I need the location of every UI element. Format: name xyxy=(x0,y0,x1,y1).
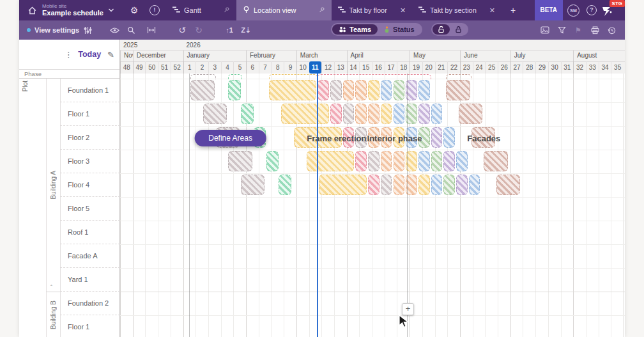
teams-toggle[interactable]: Teams xyxy=(332,24,378,35)
takt-block-tan[interactable] xyxy=(459,104,482,124)
takt-block-peach[interactable] xyxy=(394,175,405,195)
week-cell[interactable]: 23 xyxy=(460,61,473,74)
sort-alpha-icon[interactable]: Z⇣ xyxy=(238,23,254,37)
takt-block-sage[interactable] xyxy=(431,151,443,171)
week-cell[interactable]: 17 xyxy=(385,61,397,74)
takt-block-grey2[interactable] xyxy=(381,175,392,195)
takt-block-grey2[interactable] xyxy=(343,104,355,124)
takt-block-grey2[interactable] xyxy=(368,151,379,171)
takt-block-yellow[interactable] xyxy=(319,175,367,195)
takt-block-tan[interactable] xyxy=(484,151,507,171)
avatar[interactable]: SM xyxy=(567,4,579,17)
row-label[interactable]: Foundation 2 xyxy=(60,292,120,315)
takt-block-mint[interactable] xyxy=(266,151,279,171)
takt-block-peach[interactable] xyxy=(355,104,367,124)
week-cell[interactable]: 50 xyxy=(145,61,158,74)
takt-block-tan[interactable] xyxy=(496,175,520,195)
takt-block-red[interactable] xyxy=(330,104,342,124)
zoom-icon[interactable] xyxy=(123,23,139,37)
takt-block-blue[interactable] xyxy=(431,175,443,195)
week-cell[interactable]: 12 xyxy=(321,61,334,74)
week-cell[interactable]: 3 xyxy=(208,61,221,74)
gantt-chart[interactable]: +Define AreasFrame erectionInterior phas… xyxy=(120,74,625,337)
image-export-icon[interactable] xyxy=(537,23,553,37)
takt-block-purple[interactable] xyxy=(443,151,455,171)
home-icon[interactable] xyxy=(24,3,40,18)
row-label[interactable]: Floor 4 xyxy=(60,173,120,197)
takt-block-grey[interactable] xyxy=(190,80,214,100)
week-cell[interactable]: 18 xyxy=(397,61,410,74)
takt-block-purple[interactable] xyxy=(418,104,430,124)
week-cell[interactable]: 16 xyxy=(372,61,385,74)
close-icon[interactable]: ✕ xyxy=(400,6,406,15)
sort-numeric-icon[interactable]: ↑1 xyxy=(221,23,238,37)
status-toggle[interactable]: Status xyxy=(378,24,421,35)
filter-icon[interactable] xyxy=(553,23,570,37)
week-cell[interactable]: 5 xyxy=(233,61,246,74)
week-cell[interactable]: 32 xyxy=(573,61,586,74)
week-cell[interactable]: 33 xyxy=(586,61,599,74)
collapse-icon[interactable]: ˆ xyxy=(50,284,52,290)
week-cell[interactable]: 34 xyxy=(599,61,611,74)
week-cell[interactable]: 27 xyxy=(510,61,523,74)
takt-block-tan[interactable] xyxy=(446,80,470,100)
week-cell[interactable]: 2 xyxy=(195,61,208,74)
week-cell[interactable]: 9 xyxy=(284,61,296,74)
takt-block-peach[interactable] xyxy=(355,80,367,100)
week-cell[interactable]: 51 xyxy=(158,61,171,74)
sliders-icon[interactable] xyxy=(79,23,96,37)
week-cell[interactable]: 26 xyxy=(498,61,510,74)
unlock-icon[interactable] xyxy=(433,24,450,35)
week-cell[interactable]: 20 xyxy=(422,61,435,74)
undo-icon[interactable]: ↺ xyxy=(174,23,190,37)
takt-block-blue[interactable] xyxy=(431,104,443,124)
tab-takt-by-floor[interactable]: Takt by floor✕ xyxy=(332,0,413,20)
help-icon[interactable]: ? xyxy=(584,3,599,18)
row-label[interactable]: Floor 1 xyxy=(60,315,120,337)
takt-block-blue[interactable] xyxy=(443,127,455,148)
tab-gantt[interactable]: Gantt xyxy=(166,0,236,20)
takt-block-peach[interactable] xyxy=(394,151,405,171)
takt-block-peach[interactable] xyxy=(368,104,379,124)
week-cell[interactable]: 25 xyxy=(485,61,498,74)
week-cell[interactable]: 49 xyxy=(133,61,146,74)
define-areas-button[interactable]: Define Areas xyxy=(194,130,266,146)
week-cell[interactable]: 15 xyxy=(359,61,372,74)
project-switcher[interactable]: Mobile site Example schedule xyxy=(42,4,103,17)
week-cell[interactable]: 28 xyxy=(523,61,535,74)
takt-block-yellow[interactable] xyxy=(307,151,355,171)
add-view-button[interactable]: + xyxy=(505,3,521,18)
week-cell[interactable]: 19 xyxy=(410,61,422,74)
takt-block-yellow2[interactable] xyxy=(381,104,392,124)
takt-block-yellow2[interactable] xyxy=(418,175,430,195)
takt-block-grey[interactable] xyxy=(241,175,264,195)
takt-block-red[interactable] xyxy=(355,151,367,171)
takt-block-purple[interactable] xyxy=(456,175,468,195)
pin-icon[interactable] xyxy=(214,6,230,15)
row-label[interactable]: Yard 1 xyxy=(60,268,120,292)
gear-icon[interactable]: ⚙ xyxy=(126,3,142,18)
week-cell[interactable]: 48 xyxy=(120,61,133,74)
week-cell[interactable]: 52 xyxy=(171,61,183,74)
takt-block-blue[interactable] xyxy=(469,175,480,195)
today-button[interactable]: Today xyxy=(78,50,101,59)
marker-line[interactable] xyxy=(189,74,190,337)
eye-icon[interactable] xyxy=(106,23,123,37)
week-cell[interactable]: 21 xyxy=(435,61,448,74)
kebab-icon[interactable]: ⋮ xyxy=(63,50,74,59)
fit-width-icon[interactable] xyxy=(143,23,160,37)
takt-block-blue[interactable] xyxy=(394,104,405,124)
takt-block-red[interactable] xyxy=(368,175,379,195)
takt-block-yellow[interactable] xyxy=(269,80,317,100)
row-label[interactable]: Foundation 1 xyxy=(60,79,120,102)
takt-block-mint[interactable] xyxy=(279,175,291,195)
takt-block-blue[interactable] xyxy=(456,151,468,171)
view-settings-label[interactable]: View settings xyxy=(34,26,79,34)
takt-block-yellow2[interactable] xyxy=(368,80,379,100)
tab-takt-by-section[interactable]: Takt by section✕ xyxy=(412,0,502,20)
alerts-icon[interactable]: ! xyxy=(147,3,162,18)
takt-block-grey[interactable] xyxy=(203,104,227,124)
row-label[interactable]: Facade A xyxy=(60,244,120,268)
takt-block-sage[interactable] xyxy=(443,175,455,195)
takt-block-peach[interactable] xyxy=(343,80,355,100)
